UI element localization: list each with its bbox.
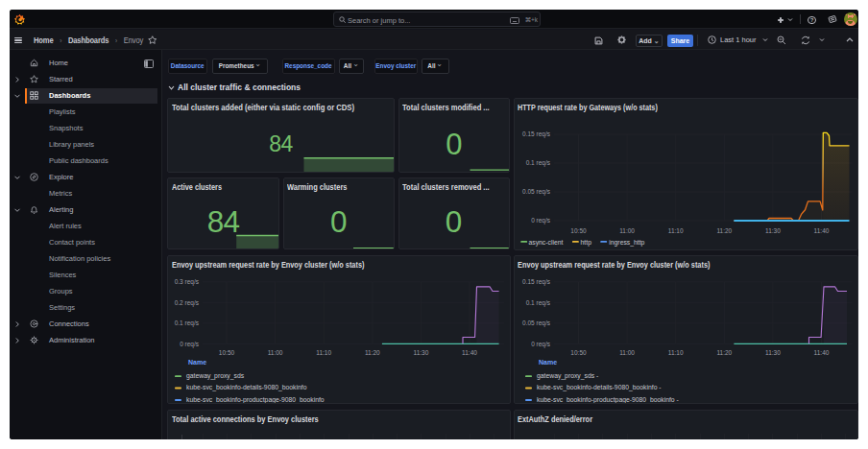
svg-text:11:00: 11:00 xyxy=(268,349,283,356)
svg-text:11:40: 11:40 xyxy=(813,349,829,356)
svg-text:11:10: 11:10 xyxy=(667,226,683,233)
svg-text:0.3 req/s: 0.3 req/s xyxy=(175,278,200,286)
svg-text:0 req/s: 0 req/s xyxy=(180,340,200,347)
svg-text:10:50: 10:50 xyxy=(570,349,587,356)
svg-text:kube-svc_bookinfo-productpage-: kube-svc_bookinfo-productpage-9080_booki… xyxy=(537,395,679,403)
svg-text:0 req/s: 0 req/s xyxy=(531,217,551,224)
svg-text:11:20: 11:20 xyxy=(716,226,732,233)
svg-text:kube-svc_bookinfo-details-9080: kube-svc_bookinfo-details-9080_bookinfo … xyxy=(537,384,662,391)
svg-text:0.1 req/s: 0.1 req/s xyxy=(525,298,550,306)
svg-text:11:30: 11:30 xyxy=(414,349,429,356)
svg-text:kube-svc_bookinfo-details-9080: kube-svc_bookinfo-details-9080_bookinfo xyxy=(186,384,307,391)
svg-text:gateway_proxy_sds: gateway_proxy_sds xyxy=(186,371,245,379)
svg-text:11:40: 11:40 xyxy=(813,226,829,233)
svg-text:gateway_proxy_sds -: gateway_proxy_sds - xyxy=(537,371,598,379)
svg-text:11:10: 11:10 xyxy=(667,349,683,356)
svg-text:ingress_http: ingress_http xyxy=(609,239,644,247)
svg-text:11:20: 11:20 xyxy=(716,349,732,356)
svg-text:11:40: 11:40 xyxy=(462,349,477,356)
svg-text:11:30: 11:30 xyxy=(765,226,781,233)
svg-text:11:10: 11:10 xyxy=(316,349,331,356)
svg-text:11:00: 11:00 xyxy=(619,226,635,233)
svg-text:11:30: 11:30 xyxy=(765,349,781,356)
svg-text:http: http xyxy=(580,239,591,247)
svg-text:0.05 req/s: 0.05 req/s xyxy=(522,319,551,327)
svg-text:0.15 req/s: 0.15 req/s xyxy=(522,130,551,138)
svg-text:10:50: 10:50 xyxy=(219,349,235,356)
svg-text:11:20: 11:20 xyxy=(365,349,380,356)
svg-text:11:00: 11:00 xyxy=(619,349,635,356)
svg-text:0.15 req/s: 0.15 req/s xyxy=(522,278,551,286)
svg-text:Name: Name xyxy=(539,359,557,366)
svg-text:0 req/s: 0 req/s xyxy=(531,340,551,347)
svg-text:0.1 req/s: 0.1 req/s xyxy=(175,319,200,327)
svg-text:kube-svc_bookinfo-productpage-: kube-svc_bookinfo-productpage-9080_booki… xyxy=(186,395,325,403)
svg-text:0.05 req/s: 0.05 req/s xyxy=(522,188,551,196)
svg-text:0.2 req/s: 0.2 req/s xyxy=(175,298,200,306)
svg-text:0.1 req/s: 0.1 req/s xyxy=(525,159,550,167)
svg-text:Name: Name xyxy=(188,359,206,366)
svg-text:10:50: 10:50 xyxy=(570,226,587,233)
svg-text:async-client: async-client xyxy=(528,239,563,247)
